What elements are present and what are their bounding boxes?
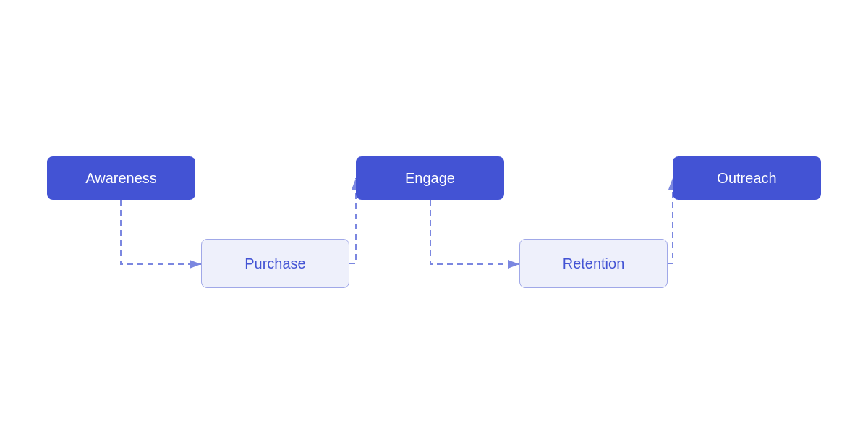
diagram-container: Awareness Engage Outreach Purchase Reten… — [0, 0, 868, 443]
node-engage-label: Engage — [405, 170, 455, 187]
node-purchase[interactable]: Purchase — [201, 239, 349, 288]
node-awareness-label: Awareness — [85, 170, 157, 187]
connections-svg — [0, 0, 868, 443]
arrow-awareness-to-purchase — [121, 200, 201, 264]
arrow-retention-to-outreach — [668, 178, 673, 263]
node-outreach[interactable]: Outreach — [673, 156, 821, 200]
arrow-purchase-to-engage — [349, 178, 356, 263]
node-outreach-label: Outreach — [717, 170, 776, 187]
node-awareness[interactable]: Awareness — [47, 156, 195, 200]
node-engage[interactable]: Engage — [356, 156, 504, 200]
node-retention[interactable]: Retention — [519, 239, 668, 288]
arrow-engage-to-retention — [430, 200, 519, 264]
node-purchase-label: Purchase — [244, 256, 306, 272]
node-retention-label: Retention — [563, 256, 625, 272]
